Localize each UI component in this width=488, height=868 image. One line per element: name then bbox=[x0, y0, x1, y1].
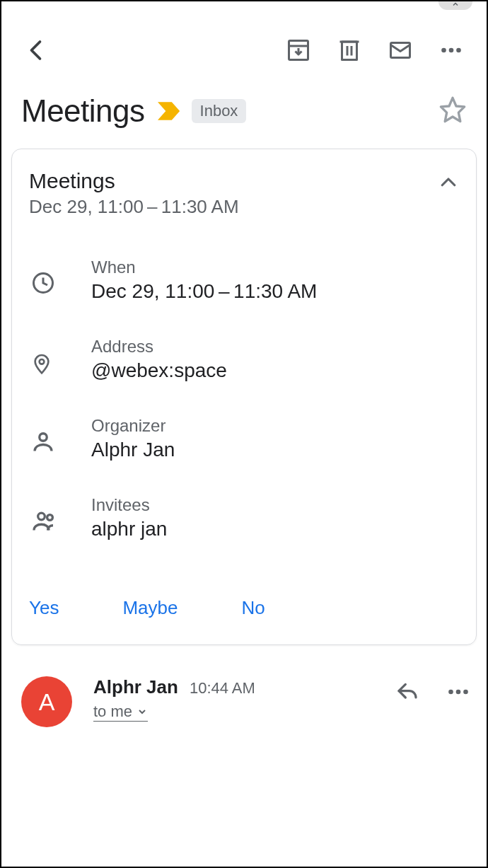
svg-point-18 bbox=[456, 690, 461, 695]
avatar[interactable]: A bbox=[21, 676, 72, 727]
collapse-button[interactable] bbox=[438, 169, 459, 196]
svg-point-15 bbox=[38, 513, 45, 520]
star-button[interactable] bbox=[438, 96, 467, 127]
address-value: @webex:space bbox=[91, 359, 459, 382]
delete-button[interactable] bbox=[324, 37, 375, 63]
svg-point-9 bbox=[449, 48, 454, 53]
rsvp-no-button[interactable]: No bbox=[241, 597, 265, 619]
svg-rect-3 bbox=[342, 42, 357, 60]
mark-unread-button[interactable] bbox=[375, 37, 426, 63]
reply-button[interactable] bbox=[395, 681, 420, 706]
people-icon bbox=[29, 495, 91, 533]
svg-point-17 bbox=[448, 690, 453, 695]
invitees-label: Invitees bbox=[91, 495, 459, 515]
svg-point-19 bbox=[463, 690, 468, 695]
archive-button[interactable] bbox=[273, 37, 324, 63]
more-menu-button[interactable] bbox=[426, 37, 477, 63]
event-card: Meetings Dec 29, 11:00 – 11:30 AM When D… bbox=[11, 149, 477, 645]
rsvp-row: Yes Maybe No bbox=[29, 597, 459, 630]
message-header: A Alphr Jan 10:44 AM to me bbox=[1, 645, 487, 727]
svg-point-14 bbox=[40, 434, 47, 441]
toolbar bbox=[1, 1, 487, 86]
event-title: Meetings bbox=[29, 169, 438, 193]
sent-time: 10:44 AM bbox=[190, 679, 255, 698]
svg-point-8 bbox=[441, 48, 446, 53]
when-row: When Dec 29, 11:00 – 11:30 AM bbox=[29, 257, 459, 303]
invitees-row: Invitees alphr jan bbox=[29, 495, 459, 540]
sender-name: Alphr Jan bbox=[93, 676, 178, 698]
subject-text: Meetings bbox=[21, 93, 145, 129]
svg-point-16 bbox=[47, 515, 53, 521]
address-row: Address @webex:space bbox=[29, 337, 459, 382]
when-label: When bbox=[91, 257, 459, 277]
organizer-row: Organizer Alphr Jan bbox=[29, 416, 459, 461]
status-notch bbox=[438, 1, 472, 10]
svg-point-13 bbox=[40, 359, 45, 364]
clock-icon bbox=[29, 257, 91, 296]
subject-row: Meetings Inbox bbox=[1, 86, 487, 149]
rsvp-yes-button[interactable]: Yes bbox=[29, 597, 59, 619]
back-button[interactable] bbox=[11, 37, 62, 63]
person-icon bbox=[29, 416, 91, 454]
recipient-toggle[interactable]: to me bbox=[93, 702, 148, 722]
organizer-value: Alphr Jan bbox=[91, 439, 459, 461]
svg-marker-11 bbox=[441, 98, 464, 121]
message-more-button[interactable] bbox=[446, 679, 471, 707]
inbox-label[interactable]: Inbox bbox=[192, 99, 247, 123]
event-time-summary: Dec 29, 11:00 – 11:30 AM bbox=[29, 196, 438, 218]
important-marker-icon[interactable] bbox=[158, 101, 182, 121]
chevron-down-icon bbox=[136, 706, 148, 717]
location-pin-icon bbox=[29, 337, 91, 378]
svg-point-10 bbox=[456, 48, 461, 53]
rsvp-maybe-button[interactable]: Maybe bbox=[122, 597, 178, 619]
recipient-text: to me bbox=[93, 702, 132, 721]
invitees-value: alphr jan bbox=[91, 518, 459, 540]
organizer-label: Organizer bbox=[91, 416, 459, 436]
when-value: Dec 29, 11:00 – 11:30 AM bbox=[91, 280, 459, 303]
address-label: Address bbox=[91, 337, 459, 357]
